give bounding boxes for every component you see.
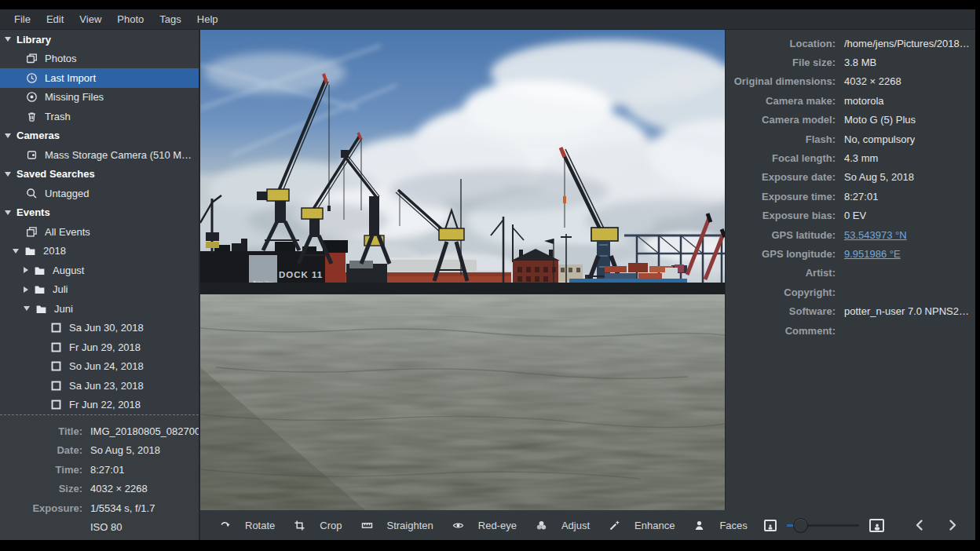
toolbar-button-straighten[interactable]: Straighten xyxy=(352,510,443,540)
sidebar-item-last-import[interactable]: Last Import xyxy=(0,68,199,88)
menu-item-edit[interactable]: Edit xyxy=(38,9,71,29)
info-value: ISO 80 xyxy=(90,521,122,533)
meta-row-focal-length: Focal length:4.3 mm xyxy=(726,148,975,167)
sidebar-item-missing-files[interactable]: Missing Files xyxy=(0,88,199,108)
sidebar-item-label: All Events xyxy=(45,226,90,238)
chevron-right-icon xyxy=(947,519,958,531)
sidebar-item-mass-storage-camera-510-m[interactable]: Mass Storage Camera (510 M… xyxy=(0,145,199,165)
meta-value: 3.8 MB xyxy=(844,57,876,68)
sidebar-item-label: Fr Jun 29, 2018 xyxy=(69,341,141,353)
photos-icon xyxy=(26,53,38,64)
expander-right-icon[interactable] xyxy=(24,267,28,273)
folder-icon xyxy=(24,245,36,257)
target-icon xyxy=(26,91,38,103)
toolbar-button-rotate[interactable]: Rotate xyxy=(210,510,284,540)
menu-item-help[interactable]: Help xyxy=(189,9,226,29)
menu-item-photo[interactable]: Photo xyxy=(109,9,152,29)
sidebar-item-label: Fr Jun 22, 2018 xyxy=(69,399,141,411)
sidebar-item-fr-jun-22-2018[interactable]: Fr Jun 22, 2018 xyxy=(0,396,199,415)
sidebar-item-august[interactable]: August xyxy=(0,261,199,280)
sidebar-item-juni[interactable]: Juni xyxy=(0,299,199,319)
meta-row-camera-make: Camera make:motorola xyxy=(726,91,975,110)
sidebar-item-label: Sa Jun 30, 2018 xyxy=(69,322,144,334)
next-photo-button[interactable] xyxy=(936,510,969,540)
sidebar-item-all-events[interactable]: All Events xyxy=(0,222,199,242)
adjust-icon xyxy=(536,520,547,531)
zoom-out-thumbnail-icon[interactable] xyxy=(764,520,777,531)
dock-sign-text: DOCK 11 xyxy=(279,270,323,279)
sidebar-tree: LibraryPhotosLast ImportMissing FilesTra… xyxy=(0,30,199,414)
sidebar-item-label: Saved Searches xyxy=(16,168,95,180)
meta-label: Original dimensions: xyxy=(726,75,844,87)
zoom-slider-knob[interactable] xyxy=(793,518,808,533)
expander-down-icon[interactable] xyxy=(5,210,11,215)
sidebar-section-cameras[interactable]: Cameras xyxy=(0,126,199,146)
zoom-in-thumbnail-icon[interactable] xyxy=(869,519,884,532)
info-value: 1/5534 s, f/1.7 xyxy=(90,502,155,514)
toolbar-button-label: Crop xyxy=(320,520,342,531)
redeye-icon xyxy=(452,520,464,531)
sidebar-item-2018[interactable]: 2018 xyxy=(0,242,199,261)
meta-value: /home/jens/Pictures/2018… xyxy=(844,38,970,49)
expander-right-icon[interactable] xyxy=(24,286,28,293)
toolbar-button-label: Rotate xyxy=(245,520,275,531)
menu-item-view[interactable]: View xyxy=(71,9,109,29)
toolbar-button-red-eye[interactable]: Red-eye xyxy=(443,510,526,540)
menu-item-file[interactable]: File xyxy=(6,9,38,29)
toolbar-button-label: Red-eye xyxy=(478,520,517,531)
expander-down-icon[interactable] xyxy=(13,249,19,254)
sidebar-item-label: August xyxy=(53,265,84,276)
meta-label: Location: xyxy=(726,38,844,49)
info-row-time: Time:8:27:01 xyxy=(0,460,199,480)
search-icon xyxy=(26,188,38,199)
sidebar-item-label: So Jun 24, 2018 xyxy=(69,360,144,372)
info-value: IMG_20180805_0827009… xyxy=(90,425,216,437)
sidebar-item-trash[interactable]: Trash xyxy=(0,107,199,126)
meta-value-link[interactable]: 9.951986 °E xyxy=(844,248,901,260)
sidebar-item-sa-jun-30-2018[interactable]: Sa Jun 30, 2018 xyxy=(0,319,199,338)
sidebar-item-untagged[interactable]: Untagged xyxy=(0,184,199,203)
expander-down-icon[interactable] xyxy=(5,133,11,138)
sidebar-section-events[interactable]: Events xyxy=(0,203,199,223)
sidebar-item-juli[interactable]: Juli xyxy=(0,280,199,300)
extended-info-panel: Location:/home/jens/Pictures/2018…File s… xyxy=(726,30,975,510)
meta-label: Camera make: xyxy=(726,95,844,107)
expander-down-icon[interactable] xyxy=(5,172,11,177)
info-label: Size: xyxy=(0,483,90,494)
sidebar-item-label: Library xyxy=(16,34,51,46)
trash-icon xyxy=(26,111,38,122)
sidebar-item-sa-jun-23-2018[interactable]: Sa Jun 23, 2018 xyxy=(0,376,199,396)
camera-icon xyxy=(26,149,38,161)
meta-label: GPS latitude: xyxy=(726,229,844,241)
sidebar-item-fr-jun-29-2018[interactable]: Fr Jun 29, 2018 xyxy=(0,338,199,357)
sidebar-section-library[interactable]: Library xyxy=(0,30,199,49)
toolbar-button-enhance[interactable]: Enhance xyxy=(599,510,684,540)
enhance-icon xyxy=(609,520,620,531)
photo-canvas[interactable]: Blohm+Voss DOCK 11 xyxy=(200,30,725,510)
info-value: So Aug 5, 2018 xyxy=(90,444,160,456)
meta-value-link[interactable]: 53.543973 °N xyxy=(844,229,907,241)
expander-down-icon[interactable] xyxy=(24,306,30,311)
meta-label: File size: xyxy=(726,57,844,68)
info-label: Title: xyxy=(0,425,90,437)
toolbar-button-label: Enhance xyxy=(634,520,675,531)
toolbar-button-faces[interactable]: Faces xyxy=(684,510,756,540)
sidebar-item-label: 2018 xyxy=(43,245,66,257)
sidebar-section-saved-searches[interactable]: Saved Searches xyxy=(0,165,199,184)
toolbar-button-crop[interactable]: Crop xyxy=(284,510,351,540)
meta-label: Flash: xyxy=(726,133,844,145)
photo-square-icon xyxy=(50,341,62,353)
info-row-exposure: Exposure:1/5534 s, f/1.7 xyxy=(0,498,199,518)
meta-label: Exposure bias: xyxy=(726,210,844,221)
sidebar-item-label: Sa Jun 23, 2018 xyxy=(69,380,144,392)
toolbar-button-label: Faces xyxy=(719,520,747,531)
previous-photo-button[interactable] xyxy=(903,510,936,540)
sidebar-item-so-jun-24-2018[interactable]: So Jun 24, 2018 xyxy=(0,357,199,377)
expander-down-icon[interactable] xyxy=(5,37,11,42)
sidebar-item-photos[interactable]: Photos xyxy=(0,49,199,69)
zoom-slider[interactable] xyxy=(787,518,859,532)
menu-item-tags[interactable]: Tags xyxy=(152,9,188,29)
toolbar-button-adjust[interactable]: Adjust xyxy=(526,510,599,540)
all-events-icon xyxy=(26,226,38,238)
sidebar-item-label: Juli xyxy=(53,283,68,295)
